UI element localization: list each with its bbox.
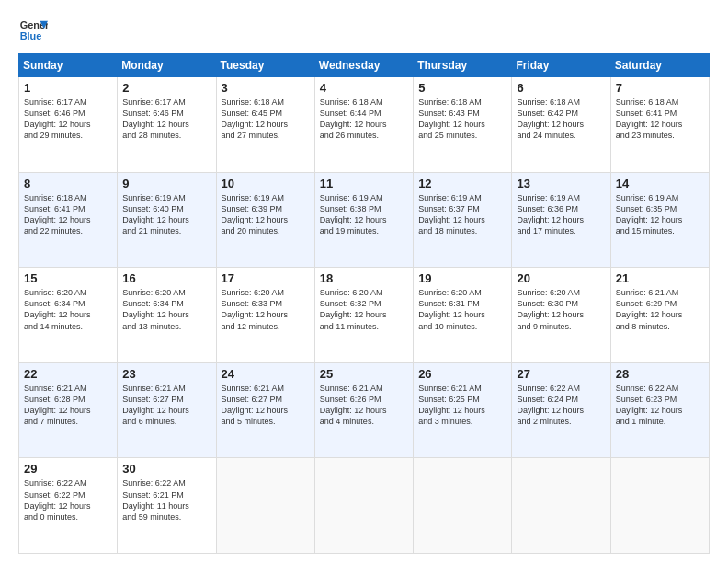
day-header-saturday: Saturday <box>610 54 709 77</box>
cell-info: Sunrise: 6:22 AMSunset: 6:21 PMDaylight:… <box>122 477 210 523</box>
day-number: 21 <box>616 271 704 285</box>
cell-info: Sunrise: 6:18 AMSunset: 6:43 PMDaylight:… <box>418 97 506 142</box>
day-header-monday: Monday <box>118 54 216 77</box>
day-number: 6 <box>517 81 605 95</box>
calendar-week-4: 22Sunrise: 6:21 AMSunset: 6:28 PMDayligh… <box>19 362 710 458</box>
cell-info: Sunrise: 6:17 AMSunset: 6:46 PMDaylight:… <box>24 97 112 142</box>
calendar-cell: 13Sunrise: 6:19 AMSunset: 6:36 PMDayligh… <box>512 172 610 268</box>
day-header-tuesday: Tuesday <box>216 54 314 77</box>
cell-info: Sunrise: 6:21 AMSunset: 6:25 PMDaylight:… <box>418 383 506 428</box>
calendar-cell <box>610 458 709 554</box>
logo: General Blue <box>18 15 51 44</box>
day-number: 10 <box>222 177 310 190</box>
cell-info: Sunrise: 6:19 AMSunset: 6:35 PMDaylight:… <box>616 192 704 237</box>
day-number: 17 <box>222 271 310 285</box>
calendar-cell: 16Sunrise: 6:20 AMSunset: 6:34 PMDayligh… <box>118 268 216 363</box>
day-header-wednesday: Wednesday <box>314 54 413 77</box>
cell-info: Sunrise: 6:21 AMSunset: 6:28 PMDaylight:… <box>24 383 112 428</box>
cell-info: Sunrise: 6:17 AMSunset: 6:46 PMDaylight:… <box>122 97 210 142</box>
calendar-cell: 14Sunrise: 6:19 AMSunset: 6:35 PMDayligh… <box>610 172 709 268</box>
cell-info: Sunrise: 6:20 AMSunset: 6:33 PMDaylight:… <box>222 287 310 332</box>
day-number: 7 <box>616 81 704 95</box>
cell-info: Sunrise: 6:19 AMSunset: 6:38 PMDaylight:… <box>320 192 408 237</box>
calendar-week-2: 8Sunrise: 6:18 AMSunset: 6:41 PMDaylight… <box>19 172 710 268</box>
cell-info: Sunrise: 6:20 AMSunset: 6:34 PMDaylight:… <box>24 287 112 332</box>
cell-info: Sunrise: 6:20 AMSunset: 6:30 PMDaylight:… <box>517 287 605 332</box>
day-number: 5 <box>418 81 506 95</box>
cell-info: Sunrise: 6:18 AMSunset: 6:42 PMDaylight:… <box>517 97 605 142</box>
day-number: 9 <box>122 177 210 190</box>
day-number: 18 <box>320 271 408 285</box>
day-number: 24 <box>222 367 310 381</box>
cell-info: Sunrise: 6:21 AMSunset: 6:27 PMDaylight:… <box>122 383 210 428</box>
cell-info: Sunrise: 6:21 AMSunset: 6:29 PMDaylight:… <box>616 287 704 332</box>
day-number: 8 <box>24 177 112 190</box>
calendar-cell: 1Sunrise: 6:17 AMSunset: 6:46 PMDaylight… <box>19 77 118 173</box>
cell-info: Sunrise: 6:20 AMSunset: 6:34 PMDaylight:… <box>122 287 210 332</box>
cell-info: Sunrise: 6:19 AMSunset: 6:39 PMDaylight:… <box>222 192 310 237</box>
header: General Blue <box>18 15 710 44</box>
calendar-cell: 21Sunrise: 6:21 AMSunset: 6:29 PMDayligh… <box>610 268 709 363</box>
cell-info: Sunrise: 6:19 AMSunset: 6:40 PMDaylight:… <box>122 192 210 237</box>
cell-info: Sunrise: 6:19 AMSunset: 6:36 PMDaylight:… <box>517 192 605 237</box>
calendar-cell: 6Sunrise: 6:18 AMSunset: 6:42 PMDaylight… <box>512 77 610 173</box>
calendar-cell: 3Sunrise: 6:18 AMSunset: 6:45 PMDaylight… <box>216 77 314 173</box>
day-number: 12 <box>418 177 506 190</box>
cell-info: Sunrise: 6:20 AMSunset: 6:32 PMDaylight:… <box>320 287 408 332</box>
svg-text:Blue: Blue <box>20 30 42 41</box>
calendar-cell: 18Sunrise: 6:20 AMSunset: 6:32 PMDayligh… <box>314 268 413 363</box>
calendar-cell: 4Sunrise: 6:18 AMSunset: 6:44 PMDaylight… <box>314 77 413 173</box>
day-number: 25 <box>320 367 408 381</box>
calendar-cell: 10Sunrise: 6:19 AMSunset: 6:39 PMDayligh… <box>216 172 314 268</box>
calendar-week-1: 1Sunrise: 6:17 AMSunset: 6:46 PMDaylight… <box>19 77 710 173</box>
calendar-cell: 29Sunrise: 6:22 AMSunset: 6:22 PMDayligh… <box>19 458 118 554</box>
day-number: 26 <box>418 367 506 381</box>
calendar-header-row: SundayMondayTuesdayWednesdayThursdayFrid… <box>19 54 710 77</box>
calendar-cell: 12Sunrise: 6:19 AMSunset: 6:37 PMDayligh… <box>414 172 512 268</box>
cell-info: Sunrise: 6:22 AMSunset: 6:24 PMDaylight:… <box>517 383 605 428</box>
calendar-cell: 15Sunrise: 6:20 AMSunset: 6:34 PMDayligh… <box>19 268 118 363</box>
calendar-cell: 20Sunrise: 6:20 AMSunset: 6:30 PMDayligh… <box>512 268 610 363</box>
cell-info: Sunrise: 6:21 AMSunset: 6:27 PMDaylight:… <box>222 383 310 428</box>
day-number: 16 <box>122 271 210 285</box>
day-number: 2 <box>122 81 210 95</box>
day-number: 20 <box>517 271 605 285</box>
day-number: 13 <box>517 177 605 190</box>
calendar-week-5: 29Sunrise: 6:22 AMSunset: 6:22 PMDayligh… <box>19 458 710 554</box>
calendar-cell: 27Sunrise: 6:22 AMSunset: 6:24 PMDayligh… <box>512 362 610 458</box>
cell-info: Sunrise: 6:20 AMSunset: 6:31 PMDaylight:… <box>418 287 506 332</box>
day-number: 1 <box>24 81 112 95</box>
calendar-cell: 11Sunrise: 6:19 AMSunset: 6:38 PMDayligh… <box>314 172 413 268</box>
calendar-cell: 26Sunrise: 6:21 AMSunset: 6:25 PMDayligh… <box>414 362 512 458</box>
cell-info: Sunrise: 6:18 AMSunset: 6:41 PMDaylight:… <box>24 192 112 237</box>
calendar-cell <box>414 458 512 554</box>
cell-info: Sunrise: 6:18 AMSunset: 6:45 PMDaylight:… <box>222 97 310 142</box>
day-header-thursday: Thursday <box>414 54 512 77</box>
cell-info: Sunrise: 6:18 AMSunset: 6:44 PMDaylight:… <box>320 97 408 142</box>
calendar-cell: 23Sunrise: 6:21 AMSunset: 6:27 PMDayligh… <box>118 362 216 458</box>
day-number: 28 <box>616 367 704 381</box>
calendar-cell: 8Sunrise: 6:18 AMSunset: 6:41 PMDaylight… <box>19 172 118 268</box>
cell-info: Sunrise: 6:19 AMSunset: 6:37 PMDaylight:… <box>418 192 506 237</box>
calendar-cell: 24Sunrise: 6:21 AMSunset: 6:27 PMDayligh… <box>216 362 314 458</box>
page: General Blue SundayMondayTuesdayWednesda… <box>0 0 728 563</box>
day-number: 4 <box>320 81 408 95</box>
calendar-week-3: 15Sunrise: 6:20 AMSunset: 6:34 PMDayligh… <box>19 268 710 363</box>
calendar-cell <box>314 458 413 554</box>
calendar-cell: 28Sunrise: 6:22 AMSunset: 6:23 PMDayligh… <box>610 362 709 458</box>
day-number: 11 <box>320 177 408 190</box>
calendar-cell: 5Sunrise: 6:18 AMSunset: 6:43 PMDaylight… <box>414 77 512 173</box>
calendar-cell: 30Sunrise: 6:22 AMSunset: 6:21 PMDayligh… <box>118 458 216 554</box>
day-number: 14 <box>616 177 704 190</box>
calendar-cell: 22Sunrise: 6:21 AMSunset: 6:28 PMDayligh… <box>19 362 118 458</box>
day-number: 22 <box>24 367 112 381</box>
day-header-friday: Friday <box>512 54 610 77</box>
calendar-cell: 7Sunrise: 6:18 AMSunset: 6:41 PMDaylight… <box>610 77 709 173</box>
calendar-cell: 25Sunrise: 6:21 AMSunset: 6:26 PMDayligh… <box>314 362 413 458</box>
day-number: 27 <box>517 367 605 381</box>
day-header-sunday: Sunday <box>19 54 118 77</box>
cell-info: Sunrise: 6:22 AMSunset: 6:22 PMDaylight:… <box>24 477 112 523</box>
calendar-cell <box>216 458 314 554</box>
cell-info: Sunrise: 6:22 AMSunset: 6:23 PMDaylight:… <box>616 383 704 428</box>
cell-info: Sunrise: 6:18 AMSunset: 6:41 PMDaylight:… <box>616 97 704 142</box>
